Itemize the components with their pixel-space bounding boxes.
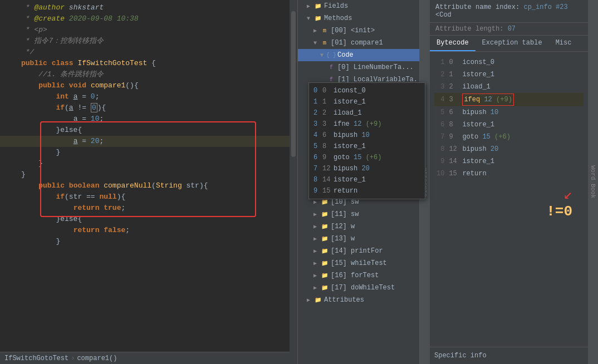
code-line: }: [0, 236, 290, 247]
line-text: }: [21, 147, 290, 158]
tree-item-13[interactable]: ▶ 📁 [13] w: [298, 233, 419, 245]
attr-index-line: Attribute length: 07: [430, 23, 588, 36]
chevron-right-icon: ▶: [307, 297, 313, 303]
chevron-right-icon: ▶: [313, 223, 320, 230]
ifeq-instruction: ifeq 12 (+9): [462, 94, 513, 106]
line-text: }: [21, 236, 290, 247]
code-line: }: [0, 169, 290, 180]
chevron-right-icon: ▶: [313, 211, 320, 218]
field-icon: f: [327, 63, 336, 72]
line-text: * @author shkstart: [21, 2, 290, 13]
code-line: if(str == null){: [0, 191, 290, 203]
tree-item-attributes[interactable]: ▶ 📁 Attributes: [298, 294, 419, 306]
wordbook-sidebar: Word Book: [588, 0, 598, 364]
line-text: if(str == null){: [21, 191, 290, 203]
line-text: a = 10;: [21, 114, 290, 125]
bc-popup-line: 0 0 iconst_0: [309, 85, 420, 96]
line-text: */: [21, 47, 290, 58]
code-line: }: [0, 158, 290, 169]
tree-label-11: [11] sw: [331, 210, 359, 218]
tree-label-compare1: [01] compare1: [331, 39, 383, 47]
tree-container: ▶ 📁 Fields ▼ 📁 Methods ▶ m [00] <init> ▼…: [297, 0, 430, 364]
folder-icon: 📁: [320, 247, 329, 255]
tree-label-linenumber: [0] LineNumberTa...: [337, 63, 414, 71]
line-text: public boolean compareNull(String str){: [21, 180, 290, 191]
code-line: public void compare1(){: [0, 80, 290, 91]
code-line: * <p>: [0, 24, 290, 36]
table-row: 8 12 bipush 20: [434, 143, 584, 155]
tree-item-linenumber[interactable]: f [0] LineNumberTa...: [298, 61, 419, 73]
line-text: }: [21, 169, 290, 180]
chevron-down-icon: ▼: [313, 40, 320, 46]
folder-icon: 📁: [313, 14, 322, 23]
line-text: a = 20;: [21, 136, 290, 147]
table-row: 6 8 istore_1: [434, 119, 584, 131]
tree-label-methods: Methods: [324, 14, 352, 22]
breadcrumb-separator: ›: [71, 355, 75, 362]
line-text: * @create 2020-09-08 10:38: [21, 13, 290, 24]
tree-item-fields[interactable]: ▶ 📁 Fields: [298, 0, 419, 12]
bytecode-table: 1 0 iconst_0 2 1 istore_1 3 2 iload_1 4 …: [434, 56, 584, 180]
line-text: * 指令7：控制转移指令: [21, 36, 290, 47]
breadcrumb-class: IfSwitchGotoTest: [4, 355, 68, 362]
code-panel: * @author shkstart * @create 2020-09-08 …: [0, 0, 290, 364]
line-text: return false;: [21, 225, 290, 236]
table-row: 2 1 istore_1: [434, 68, 584, 81]
chevron-right-icon: ▶: [313, 260, 320, 267]
tree-item-init[interactable]: ▶ m [00] <init>: [298, 24, 419, 37]
table-row-ifeq: 4 3 ifeq 12 (+9): [434, 93, 584, 106]
code-line: //1. 条件跳转指令: [0, 69, 290, 80]
folder-icon: 📁: [313, 296, 322, 304]
tree-item-14[interactable]: ▶ 📁 [14] printFor: [298, 245, 419, 257]
table-row: 7 9 goto 15 (+6): [434, 131, 584, 143]
folder-icon: 📁: [320, 259, 329, 268]
chevron-right-icon: ▶: [313, 248, 320, 254]
tree-item-methods[interactable]: ▼ 📁 Methods: [298, 12, 419, 24]
tab-bytecode[interactable]: Bytecode: [430, 36, 476, 51]
right-panel: Attribute name index: cp_info #23 <Cod A…: [430, 0, 588, 364]
tree-item-15[interactable]: ▶ 📁 [15] whileTest: [298, 257, 419, 269]
code-line: }: [0, 147, 290, 158]
folder-icon: 📁: [320, 271, 329, 280]
bc-popup-line: 8 14 istore_1: [309, 174, 420, 185]
tree-panel: ▶ 📁 Fields ▼ 📁 Methods ▶ m [00] <init> ▼…: [297, 0, 420, 364]
tree-label-14: [14] printFor: [331, 247, 383, 255]
tree-label-13: [13] w: [331, 235, 355, 243]
bc-popup-line: 5 8 istore_1: [309, 141, 420, 152]
specific-info: Specific info: [430, 347, 588, 364]
line-text: }else{: [21, 214, 290, 225]
bc-popup-line: 9 15 return: [309, 185, 420, 196]
tree-item-16[interactable]: ▶ 📁 [16] forTest: [298, 269, 419, 282]
bytecode-popup: 0 0 iconst_0 1 1 istore_1 2 2 iload_1 3 …: [308, 82, 420, 199]
tree-item-17[interactable]: ▶ 📁 [17] doWhileTest: [298, 282, 419, 294]
tab-exception-table[interactable]: Exception table: [476, 36, 549, 51]
tab-misc[interactable]: Misc: [549, 36, 579, 51]
table-row: 3 2 iload_1: [434, 81, 584, 93]
tree-label-16: [16] forTest: [331, 272, 379, 279]
line-text: }: [21, 158, 290, 169]
method-icon: m: [320, 38, 329, 47]
tree-label-10: [10] sw: [331, 198, 359, 206]
tree-label-code: Code: [337, 51, 354, 59]
code-line: }else{: [0, 214, 290, 225]
folder-icon: 📁: [313, 2, 322, 11]
chevron-right-icon: ▶: [307, 3, 313, 9]
tree-item-compare1[interactable]: ▼ m [01] compare1: [298, 37, 419, 49]
chevron-right-icon: ▶: [313, 284, 320, 291]
chevron-right-icon: ▶: [313, 235, 320, 242]
bc-popup-line: 4 6 bipush 10: [309, 130, 420, 141]
code-line: public class IfSwitchGotoTest {: [0, 58, 290, 69]
wordbook-label: Word Book: [590, 165, 596, 198]
bc-popup-line: 2 2 iload_1: [309, 107, 420, 119]
code-line: * 指令7：控制转移指令: [0, 36, 290, 47]
folder-icon: 📁: [320, 283, 329, 292]
tree-item-11[interactable]: ▶ 📁 [11] sw: [298, 208, 419, 220]
code-line: * @create 2020-09-08 10:38: [0, 13, 290, 24]
tree-item-12[interactable]: ▶ 📁 [12] w: [298, 220, 419, 233]
line-text: * <p>: [21, 24, 290, 36]
tree-label-init: [00] <init>: [331, 27, 375, 35]
code-scrollbar[interactable]: [290, 0, 297, 364]
code-line: public boolean compareNull(String str){: [0, 180, 290, 191]
tree-item-code[interactable]: ▼ { } Code: [298, 49, 419, 61]
bytecode-content: 1 0 iconst_0 2 1 istore_1 3 2 iload_1 4 …: [430, 52, 588, 347]
